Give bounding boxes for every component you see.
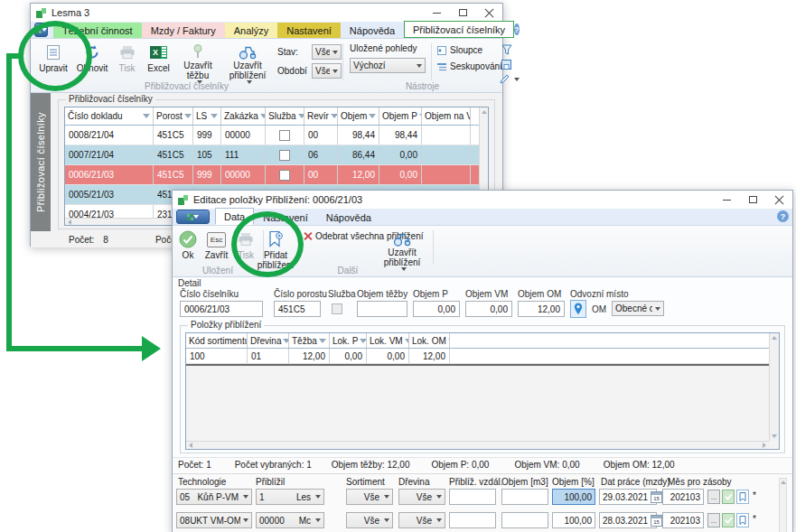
objem-m3-field[interactable]	[501, 489, 548, 505]
scroll-up-icon[interactable]	[482, 110, 487, 114]
column-header[interactable]: Objem	[338, 107, 379, 125]
bookmark-button[interactable]	[736, 490, 749, 504]
column-header[interactable]: Objem P	[379, 107, 422, 125]
uzavrit-tezbu-button[interactable]: Uzavřít těžbu	[176, 41, 220, 84]
filter-icon[interactable]	[360, 339, 367, 343]
filter-icon[interactable]	[211, 114, 218, 118]
scroll-left-icon[interactable]	[68, 219, 71, 225]
table-row[interactable]: 0008/21/04451C5999000000098,4498,44	[65, 126, 488, 145]
help-icon[interactable]: ?	[777, 210, 789, 222]
ok-button[interactable]: Ok	[175, 228, 201, 271]
sidebar-tab-priblizovaci-ciselniky[interactable]: Přibližovací číselníky	[31, 93, 51, 231]
confirm-button[interactable]	[722, 513, 735, 527]
scroll-up-icon[interactable]	[772, 336, 777, 340]
checkbox[interactable]	[279, 170, 290, 181]
checkbox[interactable]	[279, 130, 290, 141]
odvozni-misto-dropdown[interactable]: Obecné o	[612, 301, 664, 316]
drevina-dropdown[interactable]: Vše	[398, 512, 445, 528]
obnovit-button[interactable]: Obnovit	[73, 41, 111, 84]
obdobi-dropdown[interactable]: Vše	[312, 63, 342, 79]
scroll-right-icon[interactable]	[763, 443, 766, 448]
cislo-porostu-field[interactable]: 451C5	[274, 301, 321, 317]
column-header[interactable]: Revír	[304, 107, 338, 125]
calendar-icon[interactable]: 15	[651, 491, 662, 503]
column-header[interactable]: Dřevina	[248, 333, 289, 348]
maximize-button[interactable]	[450, 5, 476, 22]
vertical-scrollbar[interactable]	[769, 333, 779, 441]
edit-view-button[interactable]	[500, 74, 520, 84]
vzdalenost-field[interactable]	[449, 489, 496, 505]
tab-tezebni-cinnost[interactable]: Těžební činnost	[53, 23, 142, 38]
zavrit-button[interactable]: Esc Zavřít	[202, 228, 230, 271]
column-header[interactable]: Kód sortimentu	[186, 333, 248, 348]
filter-icon[interactable]	[298, 114, 304, 118]
table-row-selected[interactable]: 0006/21/03451C5999000000012,000,00	[65, 165, 488, 185]
objem-p-field[interactable]: 0,00	[413, 301, 460, 317]
location-pin-button[interactable]	[570, 300, 586, 318]
priblizil-dropdown[interactable]: 00000Mc	[256, 512, 324, 528]
pridat-priblizeni-button[interactable]: Přidat přiblížení	[252, 228, 299, 271]
ellipsis-button[interactable]: ...	[707, 513, 720, 527]
filter-icon[interactable]	[143, 114, 150, 118]
column-header[interactable]: Porost	[154, 107, 193, 125]
minimize-button[interactable]	[714, 191, 740, 209]
technologie-dropdown[interactable]: 08UKT VM-OM	[176, 512, 252, 528]
maximize-button[interactable]	[740, 191, 766, 209]
sortiment-dropdown[interactable]: Vše	[346, 489, 393, 505]
ulozene-pohledy-dropdown[interactable]: Výchozí	[350, 58, 426, 73]
objem-pct-field[interactable]: 100,00	[552, 512, 595, 528]
calendar-icon[interactable]: 15	[651, 515, 662, 527]
column-header[interactable]: Lok. VM	[367, 333, 409, 348]
filter-icon[interactable]	[319, 339, 326, 343]
ellipsis-button[interactable]: ...	[707, 490, 720, 504]
app-menu-button[interactable]	[34, 23, 48, 37]
tab-analyzy[interactable]: Analýzy	[225, 23, 278, 38]
objem-pct-field[interactable]: 100,00	[552, 489, 595, 505]
priblizil-dropdown[interactable]: 1Les	[256, 489, 324, 505]
filter-icon[interactable]	[184, 114, 192, 118]
tab-napoveda[interactable]: Nápověda	[341, 23, 404, 38]
sortiment-dropdown[interactable]: Vše	[346, 512, 393, 528]
item-row[interactable]: 100 01 12,00 0,00 0,00 12,00	[186, 349, 779, 364]
close-button[interactable]	[476, 5, 502, 22]
column-header[interactable]: Těžba	[289, 333, 330, 348]
table-row[interactable]: 0007/21/04451C51051110686,440,00	[65, 145, 488, 165]
filter-icon[interactable]	[331, 114, 338, 118]
column-header[interactable]: Lok. OM	[409, 333, 450, 348]
objem-m3-field[interactable]	[501, 512, 548, 528]
bookmark-button[interactable]	[736, 513, 749, 527]
cislo-ciselniku-field[interactable]: 0006/21/03	[180, 301, 263, 317]
uzavrit-priblizeni-button[interactable]: Uzavřít přiblížení	[379, 228, 426, 271]
column-header[interactable]: Zakázka	[221, 107, 266, 125]
scroll-down-icon[interactable]	[772, 434, 777, 438]
tab-nastaveni[interactable]: Nastavení	[277, 23, 341, 38]
objem-vm-field[interactable]: 0,00	[465, 301, 512, 317]
scroll-left-icon[interactable]	[189, 443, 192, 448]
horizontal-scrollbar[interactable]	[186, 441, 769, 449]
minimize-button[interactable]	[424, 5, 450, 22]
column-header[interactable]: LS	[193, 107, 221, 125]
mes-zasoby-field[interactable]: 202103	[662, 512, 704, 528]
column-header[interactable]: Číslo dokladu	[65, 107, 154, 125]
sloupce-item[interactable]: Sloupce	[437, 45, 482, 55]
objem-om-field[interactable]: 12,00	[518, 301, 565, 317]
confirm-button[interactable]	[722, 490, 735, 504]
upravit-button[interactable]: Upravit	[34, 41, 72, 84]
column-header[interactable]: Lok. P	[330, 333, 367, 348]
panel-scrollbar[interactable]	[779, 478, 787, 532]
app-menu-button[interactable]	[176, 210, 210, 224]
excel-button[interactable]: X Excel	[143, 41, 174, 84]
filter-icon[interactable]	[369, 114, 376, 118]
checkbox[interactable]	[279, 150, 290, 161]
scroll-up-icon[interactable]	[781, 481, 786, 484]
help-icon[interactable]: ?	[514, 23, 520, 35]
tab-mzdy-faktury[interactable]: Mzdy / Faktury	[142, 23, 225, 38]
tab-nastaveni[interactable]: Nastavení	[254, 210, 317, 225]
seskupovani-item[interactable]: Seskupování	[437, 61, 502, 71]
column-header[interactable]: Služba	[266, 107, 304, 125]
uzavrit-priblizeni-button[interactable]: Uzavřít přiblížení	[221, 41, 274, 84]
filter-tool-button[interactable]	[501, 44, 512, 55]
vzdalenost-field[interactable]	[449, 512, 496, 528]
objem-tezby-field[interactable]	[357, 301, 407, 317]
column-header[interactable]: Objem na VM	[422, 107, 471, 125]
